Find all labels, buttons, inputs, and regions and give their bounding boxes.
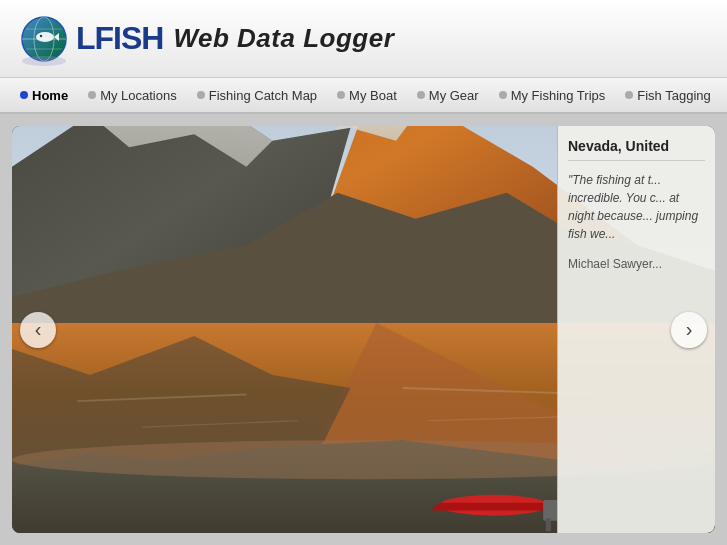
prev-icon: ‹ (35, 318, 42, 341)
prev-button[interactable]: ‹ (20, 312, 56, 348)
nav-item-fa[interactable]: FA (721, 78, 727, 112)
nav-dot-my-boat (337, 91, 345, 99)
nav-item-my-locations[interactable]: My Locations (78, 78, 187, 112)
nav-item-fish-tagging[interactable]: Fish Tagging (615, 78, 720, 112)
location-quote: "The fishing at t... incredible. You c..… (568, 171, 705, 243)
nav-dot-my-fishing-trips (499, 91, 507, 99)
next-button[interactable]: › (671, 312, 707, 348)
svg-point-8 (22, 56, 66, 66)
nav-label-my-locations: My Locations (100, 88, 177, 103)
nav-item-my-boat[interactable]: My Boat (327, 78, 407, 112)
nav-dot-fish-tagging (625, 91, 633, 99)
logo-icon (16, 9, 76, 69)
nav-item-my-gear[interactable]: My Gear (407, 78, 489, 112)
nav-item-my-fishing-trips[interactable]: My Fishing Trips (489, 78, 616, 112)
location-author: Michael Sawyer... (568, 257, 705, 271)
nav-dot-my-locations (88, 91, 96, 99)
site-title: Web Data Logger (173, 23, 394, 54)
nav-label-fish-tagging: Fish Tagging (637, 88, 710, 103)
logo-container: LFISH Web Data Logger (16, 9, 394, 69)
slideshow: ‹ › Nevada, United "The fishing at t... … (12, 126, 715, 533)
nav-label-my-gear: My Gear (429, 88, 479, 103)
nav-label-home: Home (32, 88, 68, 103)
nav-dot-my-gear (417, 91, 425, 99)
navbar: Home My Locations Fishing Catch Map My B… (0, 78, 727, 114)
svg-point-5 (36, 32, 54, 42)
next-icon: › (686, 318, 693, 341)
location-title: Nevada, United (568, 138, 705, 161)
nav-dot-home (20, 91, 28, 99)
header: LFISH Web Data Logger (0, 0, 727, 78)
nav-dot-fishing-catch-map (197, 91, 205, 99)
main-content: ‹ › Nevada, United "The fishing at t... … (0, 114, 727, 545)
nav-item-fishing-catch-map[interactable]: Fishing Catch Map (187, 78, 327, 112)
svg-point-7 (40, 34, 42, 36)
nav-item-home[interactable]: Home (10, 78, 78, 112)
nav-label-my-fishing-trips: My Fishing Trips (511, 88, 606, 103)
nav-label-fishing-catch-map: Fishing Catch Map (209, 88, 317, 103)
logo-text: LFISH (76, 20, 163, 57)
svg-marker-21 (431, 503, 556, 511)
svg-rect-23 (546, 518, 551, 531)
nav-label-my-boat: My Boat (349, 88, 397, 103)
